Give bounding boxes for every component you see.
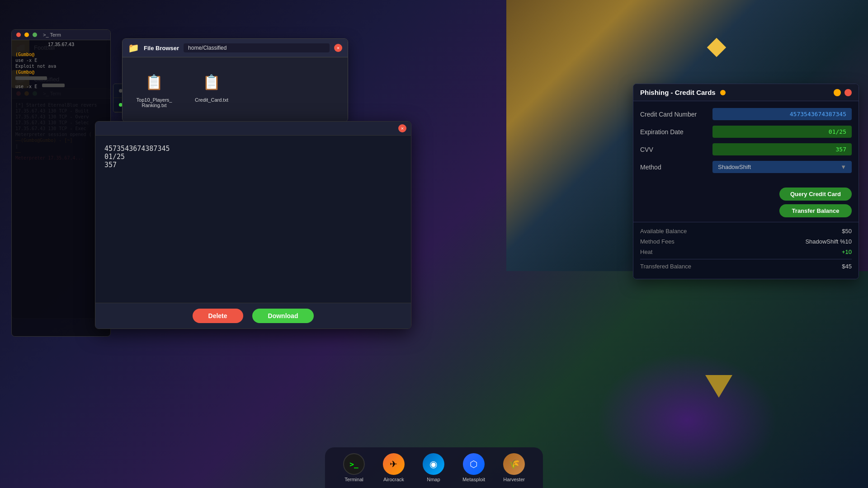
file-name-players: Top10_Players_Ranking.txt xyxy=(136,97,172,108)
file-browser-path[interactable]: home/Classified xyxy=(184,43,330,52)
hackify-panel-controls xyxy=(834,89,852,96)
term-line: (Gumbo@ xyxy=(15,70,107,75)
method-fees-label: Method Fees xyxy=(640,238,675,245)
airocrack-icon: ✈ xyxy=(383,453,405,475)
taskbar-item-terminal[interactable]: >_ Terminal xyxy=(339,451,369,484)
term-line: use -x E xyxy=(15,83,107,89)
cvv-row: CVV 357 xyxy=(640,143,852,155)
file-icon-creditcard: 📋 xyxy=(200,71,223,94)
file-name-creditcard: Credit_Card.txt xyxy=(195,97,228,103)
cc-number-label: Credit Card Number xyxy=(640,111,712,118)
chevron-down-icon: ▼ xyxy=(840,164,846,170)
transfer-balance-button[interactable]: Transfer Balance xyxy=(779,204,852,217)
terminal-icon: >_ xyxy=(343,453,365,475)
taskbar-label-metasploit: Metasploit xyxy=(462,477,485,482)
text-viewer-line-cvv: 357 xyxy=(104,161,402,169)
file-browser-body: 📋 Top10_Players_Ranking.txt 📋 Credit_Car… xyxy=(123,57,348,122)
text-viewer-line-exp: 01/25 xyxy=(104,153,402,161)
cc-number-value: 4573543674387345 xyxy=(712,108,852,120)
available-balance-value: $50 xyxy=(842,228,852,235)
heat-row: Heat +10 xyxy=(640,249,852,255)
file-browser-title: File Browser xyxy=(144,45,179,52)
terminal-ip-1: 17.35.67.43 xyxy=(12,40,110,48)
term-min-dot[interactable] xyxy=(24,33,29,37)
text-viewer-body: 4573543674387345 01/25 357 xyxy=(95,136,411,302)
transferred-balance-row: Transfered Balance $45 xyxy=(640,263,852,270)
download-button[interactable]: Download xyxy=(252,309,314,323)
metasploit-icon: ⬡ xyxy=(463,453,485,475)
file-browser-close-button[interactable]: × xyxy=(334,44,342,52)
heat-label: Heat xyxy=(640,249,652,255)
cvv-label: CVV xyxy=(640,146,712,153)
hackify-close-button[interactable] xyxy=(844,89,852,96)
taskbar: >_ Terminal ✈ Airocrack ◉ Nmap ⬡ Metaspl… xyxy=(325,447,543,488)
file-browser-window: 📁 File Browser home/Classified × 📋 Top10… xyxy=(122,38,348,122)
hackify-panel: Phishing - Credit Cards Credit Card Numb… xyxy=(633,84,859,279)
method-select[interactable]: ShadowShift ▼ xyxy=(712,161,852,173)
taskbar-item-metasploit[interactable]: ⬡ Metasploit xyxy=(458,451,490,484)
file-icon-players: 📋 xyxy=(143,71,165,94)
terminal-title-1: >_ Term xyxy=(43,32,61,38)
available-balance-label: Available Balance xyxy=(640,228,687,235)
file-browser-titlebar: 📁 File Browser home/Classified × xyxy=(123,39,348,57)
method-fees-value: ShadowShift %10 xyxy=(805,238,852,245)
file-item-players[interactable]: 📋 Top10_Players_Ranking.txt xyxy=(132,66,177,113)
text-viewer-footer: Delete Download xyxy=(95,303,411,328)
term-max-dot[interactable] xyxy=(33,33,37,37)
hackify-panel-header: Phishing - Credit Cards xyxy=(633,84,859,101)
taskbar-item-harvester[interactable]: 🌾 Harvester xyxy=(499,451,529,484)
hackify-action-buttons: Query Credit Card Transfer Balance xyxy=(633,185,859,222)
query-credit-card-button[interactable]: Query Credit Card xyxy=(779,188,852,201)
hackify-panel-title: Phishing - Credit Cards xyxy=(640,89,716,96)
transferred-balance-label: Transfered Balance xyxy=(640,263,691,270)
taskbar-item-nmap[interactable]: ◉ Nmap xyxy=(418,451,449,484)
exp-date-label: Expiration Date xyxy=(640,128,712,136)
term-line: (Gumbo@ xyxy=(15,52,107,57)
method-select-value: ShadowShift xyxy=(718,164,751,170)
method-row: Method ShadowShift ▼ xyxy=(640,161,852,173)
taskbar-label-airocrack: Airocrack xyxy=(383,477,404,482)
taskbar-label-terminal: Terminal xyxy=(344,477,363,482)
exp-date-row: Expiration Date 01/25 xyxy=(640,126,852,138)
cvv-value: 357 xyxy=(712,143,852,155)
text-viewer-close-button[interactable]: × xyxy=(398,124,406,132)
terminal-titlebar-1: >_ Term xyxy=(12,30,110,40)
text-viewer-titlebar: × xyxy=(95,122,411,136)
transferred-balance-value: $45 xyxy=(842,263,852,270)
hackify-status-dot xyxy=(720,90,726,95)
folder-icon: 📁 xyxy=(128,42,139,53)
delete-button[interactable]: Delete xyxy=(193,309,243,323)
file-item-creditcard[interactable]: 📋 Credit_Card.txt xyxy=(190,66,233,113)
heat-value: +10 xyxy=(842,249,852,255)
hackify-info-panel: Available Balance $50 Method Fees Shadow… xyxy=(633,222,859,279)
cc-number-row: Credit Card Number 4573543674387345 xyxy=(640,108,852,120)
taskbar-label-nmap: Nmap xyxy=(427,477,440,482)
text-viewer-popup: × 4573543674387345 01/25 357 Delete Down… xyxy=(95,121,411,329)
method-label: Method xyxy=(640,164,712,171)
harvester-icon: 🌾 xyxy=(503,453,525,475)
term-line xyxy=(15,75,107,82)
available-balance-row: Available Balance $50 xyxy=(640,228,852,235)
term-line: Exploit not ava xyxy=(15,64,107,69)
taskbar-label-harvester: Harvester xyxy=(503,477,525,482)
nmap-icon: ◉ xyxy=(423,453,444,475)
term-close-dot[interactable] xyxy=(16,33,21,37)
term-line: use -x E xyxy=(15,58,107,63)
hackify-minimize-button[interactable] xyxy=(834,89,841,96)
taskbar-item-airocrack[interactable]: ✈ Airocrack xyxy=(378,451,409,484)
method-fees-row: Method Fees ShadowShift %10 xyxy=(640,238,852,245)
text-viewer-line-cc: 4573543674387345 xyxy=(104,145,402,153)
hackify-form: Credit Card Number 4573543674387345 Expi… xyxy=(633,101,859,185)
exp-date-value: 01/25 xyxy=(712,126,852,138)
decorative-arrow xyxy=(705,375,732,398)
